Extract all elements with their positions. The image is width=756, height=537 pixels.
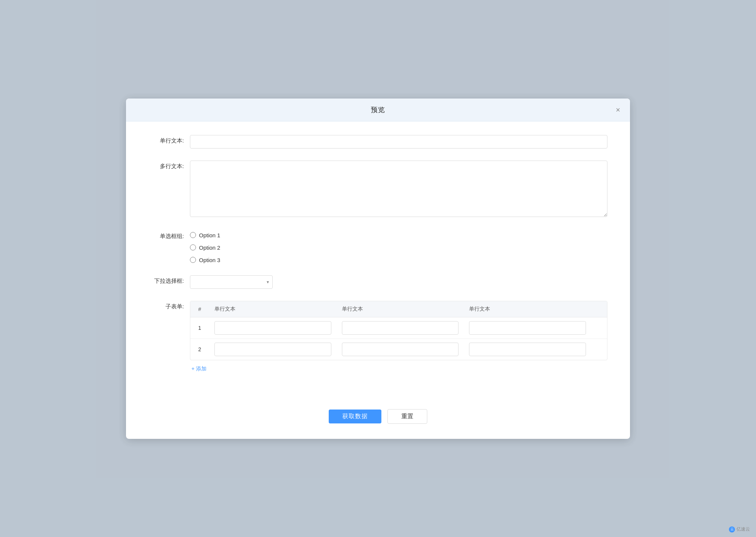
dialog-overlay: 预览 × 单行文本: 多行文本: 单选框组: [0, 0, 756, 537]
subtable-col-1: 单行文本 [209, 301, 337, 317]
subtable-header-row: # 单行文本 单行文本 单行文本 [190, 301, 607, 317]
row-1-col-2 [337, 317, 464, 338]
close-button[interactable]: × [613, 105, 622, 115]
row-2-col-2 [337, 338, 464, 360]
radio-label-3: Option 3 [199, 257, 220, 263]
row-2-action [591, 338, 607, 360]
subtable-col-num: # [190, 301, 209, 317]
dialog-header: 预览 × [126, 99, 630, 121]
subtable-col-action [591, 301, 607, 317]
subtable-input-2-3[interactable] [469, 343, 586, 356]
watermark: 云 亿速云 [729, 526, 750, 532]
watermark-icon: 云 [729, 526, 735, 532]
subtable-input-2-1[interactable] [214, 343, 331, 356]
subtable-wrapper: # 单行文本 单行文本 单行文本 1 [190, 301, 607, 360]
radio-option-3[interactable]: Option 3 [190, 257, 607, 263]
row-1-col-3 [464, 317, 591, 338]
dialog-title: 预览 [371, 105, 385, 114]
multi-text-label: 多行文本: [149, 161, 190, 170]
subtable-input-1-2[interactable] [342, 321, 459, 335]
multi-text-input[interactable] [190, 161, 607, 217]
radio-input-3[interactable] [190, 257, 196, 263]
row-2-col-3 [464, 338, 591, 360]
dialog: 预览 × 单行文本: 多行文本: 单选框组: [126, 99, 630, 439]
multi-text-control [190, 161, 607, 218]
radio-label-1: Option 1 [199, 232, 220, 238]
subtable-input-1-1[interactable] [214, 321, 331, 335]
dialog-body: 单行文本: 多行文本: 单选框组: Op [126, 121, 630, 403]
radio-group: Option 1 Option 2 Option 3 [190, 231, 607, 263]
single-text-control [190, 135, 607, 149]
radio-option-1[interactable]: Option 1 [190, 232, 607, 238]
subtable: # 单行文本 单行文本 单行文本 1 [190, 301, 607, 360]
radio-row: 单选框组: Option 1 Option 2 Opti [149, 231, 607, 263]
select-input[interactable]: Option 1 Option 2 Option 3 [190, 275, 273, 289]
radio-input-1[interactable] [190, 232, 196, 238]
subtable-control: # 单行文本 单行文本 单行文本 1 [190, 301, 607, 376]
submit-button[interactable]: 获取数据 [329, 410, 381, 423]
row-1-col-1 [209, 317, 337, 338]
select-wrapper: Option 1 Option 2 Option 3 ▾ [190, 275, 273, 289]
reset-button[interactable]: 重置 [387, 409, 427, 424]
radio-label: 单选框组: [149, 231, 190, 240]
select-control: Option 1 Option 2 Option 3 ▾ [190, 275, 607, 289]
single-text-label: 单行文本: [149, 135, 190, 144]
table-row: 2 [190, 338, 607, 360]
subtable-row: 子表单: # 单行文本 单行文本 单行文本 [149, 301, 607, 376]
row-1-action [591, 317, 607, 338]
radio-label-2: Option 2 [199, 244, 220, 251]
watermark-text: 亿速云 [736, 526, 750, 532]
subtable-input-1-3[interactable] [469, 321, 586, 335]
multi-text-row: 多行文本: [149, 161, 607, 218]
subtable-col-2: 单行文本 [337, 301, 464, 317]
single-text-row: 单行文本: [149, 135, 607, 149]
select-row: 下拉选择框: Option 1 Option 2 Option 3 ▾ [149, 275, 607, 289]
row-2-col-1 [209, 338, 337, 360]
dialog-footer: 获取数据 重置 [126, 403, 630, 439]
table-row: 1 [190, 317, 607, 338]
row-num-1: 1 [190, 317, 209, 338]
radio-control: Option 1 Option 2 Option 3 [190, 231, 607, 263]
subtable-col-3: 单行文本 [464, 301, 591, 317]
radio-option-2[interactable]: Option 2 [190, 244, 607, 251]
add-row-button[interactable]: + 添加 [190, 362, 208, 376]
single-text-input[interactable] [190, 135, 607, 149]
subtable-label: 子表单: [149, 301, 190, 310]
radio-input-2[interactable] [190, 244, 196, 250]
subtable-input-2-2[interactable] [342, 343, 459, 356]
select-label: 下拉选择框: [149, 275, 190, 285]
row-num-2: 2 [190, 338, 209, 360]
